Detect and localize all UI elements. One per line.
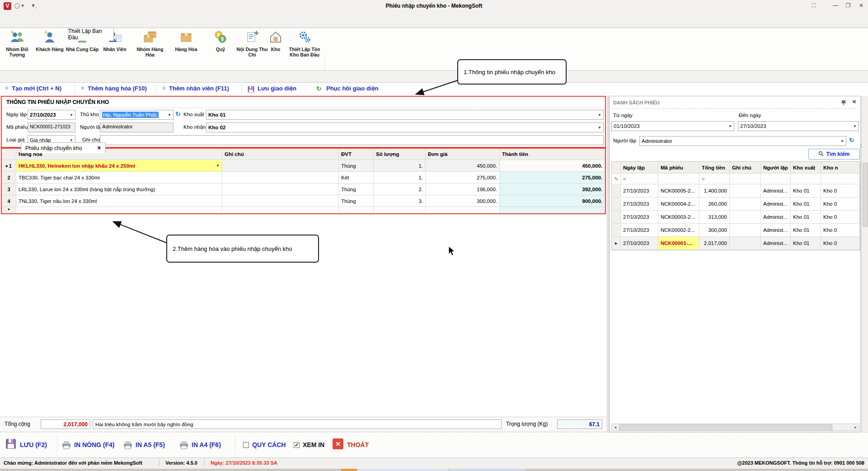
cell-so-luong[interactable]: 2. — [374, 184, 426, 195]
cell-hang-hoa[interactable]: HKLHL330, Heineken lon nhập khẩu 24 x 25… — [16, 160, 222, 172]
cell-thanh-tien[interactable]: 900,000. — [500, 195, 605, 207]
quy-cach-label[interactable]: QUY CÁCH — [252, 441, 286, 448]
cell-ma-phieu[interactable]: NCK00005-2... — [658, 184, 699, 198]
ribbon-item-khach-hang[interactable]: Khách Hàng — [33, 29, 67, 52]
row-indicator-selected[interactable]: ▸ — [612, 237, 621, 250]
cell-don-gia[interactable]: 300,000. — [426, 195, 500, 207]
cell-kho-nhan[interactable]: Kho 0 — [821, 198, 860, 211]
cell-so-luong[interactable]: 3. — [374, 195, 426, 207]
new-row-cell[interactable] — [16, 207, 222, 213]
kho-nhan-combo[interactable]: Kho 02▼ — [206, 122, 604, 132]
panel-horizontal-scrollbar[interactable]: ◂ ▸ — [611, 424, 859, 431]
ribbon-item-hang-hoa[interactable]: Hàng Hóa — [169, 29, 203, 52]
cell-ngay-lap[interactable]: 27/10/2023 — [621, 224, 658, 237]
tab-thiet-lap-ban-dau[interactable]: Thiết Lập Ban Đầu — [68, 28, 114, 41]
ngay-lap-combo[interactable]: 27/10/2023▼ — [28, 110, 75, 120]
cell-ngay-lap[interactable]: 27/10/2023 — [621, 211, 658, 224]
document-tab-active[interactable]: Phiếu nhập chuyển kho ✕ — [21, 142, 106, 153]
filter-kho-nhan[interactable] — [821, 174, 860, 184]
row-indicator[interactable]: 2 — [2, 172, 16, 184]
cell-kho-nhan[interactable]: Kho 0 — [821, 237, 860, 250]
restore-layout-button[interactable]: Phục hồi giao diện — [326, 85, 379, 92]
panel-vertical-scrollbar[interactable] — [861, 96, 868, 432]
col-header-nguoi-lap[interactable]: Người lập — [761, 162, 791, 174]
add-employee-button[interactable]: Thêm nhân viên (F11) — [169, 85, 229, 92]
cell-thanh-tien[interactable]: 275,000. — [500, 172, 605, 184]
scroll-left-icon[interactable]: ◂ — [612, 424, 619, 430]
cell-tong-tien[interactable]: 1,400,000 — [699, 184, 730, 198]
den-ngay-combo[interactable]: 27/10/2023▼ — [738, 121, 859, 131]
scroll-right-icon[interactable]: ▸ — [852, 424, 859, 430]
new-row-cell[interactable] — [500, 207, 605, 213]
fit-screen-button[interactable]: ⛶ — [809, 2, 819, 9]
col-header-ghi-chu[interactable]: Ghi chú — [730, 162, 761, 174]
cell-ma-phieu[interactable]: NCK00001-... — [658, 237, 699, 250]
exit-button[interactable]: THOÁT — [347, 441, 369, 448]
new-row-cell[interactable] — [426, 207, 500, 213]
quy-cach-checkbox[interactable] — [243, 442, 249, 448]
col-header-kho-xuat[interactable]: Kho xuất — [791, 162, 821, 174]
cell-tong-tien[interactable]: 2,017,000 — [699, 237, 730, 250]
cell-kho-xuat[interactable]: Kho 01 — [791, 198, 821, 211]
cell-thanh-tien[interactable]: 450,000. — [500, 160, 605, 172]
col-header-so-luong[interactable]: Số lượng — [374, 149, 426, 160]
cell-dvt[interactable]: Thùng — [339, 184, 374, 195]
close-button[interactable]: ✕ — [856, 2, 866, 9]
col-header-ngay-lap[interactable]: Ngày lập — [621, 162, 658, 174]
xem-in-label[interactable]: XEM IN — [303, 441, 324, 448]
cell-nguoi-lap[interactable]: Administ... — [761, 184, 791, 198]
cell-don-gia[interactable]: 275,000. — [426, 172, 500, 184]
print-a4-button[interactable]: IN A4 (F6) — [192, 441, 221, 448]
cell-ghi-chu[interactable] — [730, 198, 761, 211]
cell-nguoi-lap[interactable]: Administ... — [761, 211, 791, 224]
cell-don-gia[interactable]: 450,000. — [426, 160, 500, 172]
cell-ghi-chu[interactable] — [222, 172, 339, 184]
row-indicator[interactable]: 4 — [2, 195, 16, 207]
row-indicator[interactable]: ▸1 — [2, 160, 16, 172]
cell-ma-phieu[interactable]: NCK00004-2... — [658, 198, 699, 211]
ribbon-item-thiet-lap-ton-kho[interactable]: Thiết Lập Tồn Kho Ban Đầu — [286, 29, 324, 57]
new-row-cell[interactable] — [222, 207, 339, 213]
save-button[interactable]: LƯU (F2) — [20, 441, 47, 448]
cell-ghi-chu[interactable] — [730, 184, 761, 198]
filter-ghi-chu[interactable] — [730, 174, 761, 184]
ghi-chu-input[interactable] — [100, 135, 604, 145]
ribbon-item-noi-dung-thu-chi[interactable]: Nội Dung Thu Chi — [235, 29, 269, 57]
refresh-nguoi-lap-icon[interactable]: ↻ — [849, 137, 854, 143]
cell-kho-nhan[interactable]: Kho 0 — [821, 224, 860, 237]
cell-ghi-chu[interactable] — [730, 224, 761, 237]
create-new-button[interactable]: Tạo mới (Ctrl + N) — [12, 85, 61, 92]
cell-ma-phieu[interactable]: NCK00002-2... — [658, 224, 699, 237]
xem-in-checkbox[interactable]: ✓ — [294, 442, 300, 448]
panel-close-icon[interactable]: ✕ — [852, 99, 856, 105]
pin-icon[interactable] — [841, 99, 846, 108]
refresh-thu-kho-icon[interactable]: ↻ — [175, 111, 181, 117]
cell-ngay-lap[interactable]: 27/10/2023 — [621, 198, 658, 211]
panel-nguoi-lap-combo[interactable]: Administrator▼ — [639, 136, 846, 146]
chevron-down-icon[interactable]: ▼ — [596, 113, 601, 117]
ribbon-item-nhom-hang-hoa[interactable]: Nhóm Hàng Hóa — [133, 29, 167, 57]
cell-tong-tien[interactable]: 300,000 — [699, 224, 730, 237]
cell-nguoi-lap[interactable]: Administ... — [761, 198, 791, 211]
filter-tong-tien[interactable]: = — [699, 174, 730, 184]
thu-kho-combo[interactable]: ntp, Nguyễn Tuấn Phát,▼ — [100, 110, 174, 120]
chevron-down-icon[interactable]: ▼ — [852, 124, 857, 128]
cell-nguoi-lap[interactable]: Administ... — [761, 237, 791, 250]
cell-hang-hoa[interactable]: TBC330, Tiger bạc chai 24 x 330ml — [16, 172, 222, 184]
cell-ghi-chu[interactable] — [222, 160, 339, 172]
ribbon-item-kho[interactable]: Kho — [266, 29, 286, 52]
row-indicator[interactable] — [612, 198, 621, 211]
col-header-thanh-tien[interactable]: Thành tiền — [500, 149, 605, 160]
chevron-down-icon[interactable]: ▼ — [68, 138, 73, 142]
restore-button[interactable]: ❐ — [843, 2, 853, 9]
col-header-dvt[interactable]: ĐVT — [339, 149, 374, 160]
cell-dvt[interactable]: Két — [339, 172, 374, 184]
cell-so-luong[interactable]: 1. — [374, 172, 426, 184]
cell-ma-phieu[interactable]: NCK00003-2... — [658, 211, 699, 224]
chevron-down-icon[interactable]: ▼ — [839, 139, 844, 143]
cell-hang-hoa[interactable]: LRL330, Larue lon 24 x 330ml (hàng bật n… — [16, 184, 222, 195]
cell-dvt[interactable]: Thùng — [339, 160, 374, 172]
close-tab-icon[interactable]: ✕ — [97, 145, 101, 151]
row-indicator[interactable] — [612, 211, 621, 224]
cell-thanh-tien[interactable]: 392,000. — [500, 184, 605, 195]
